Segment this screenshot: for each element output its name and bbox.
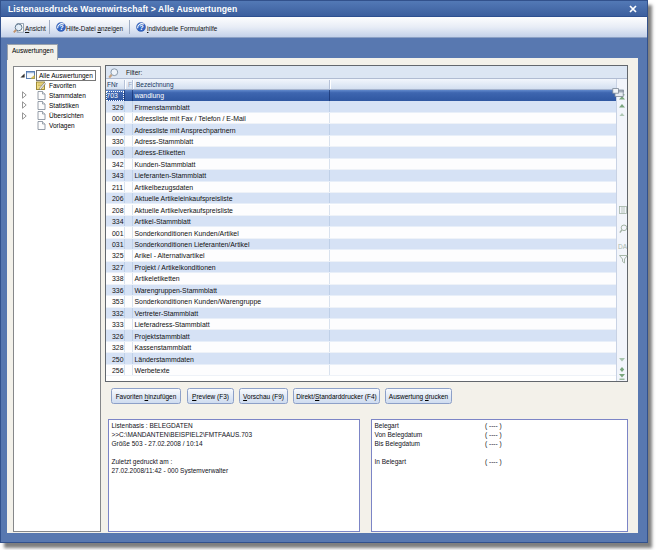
svg-text:?: ?: [59, 23, 64, 32]
svg-text:?: ?: [139, 23, 144, 32]
svg-text:DA: DA: [618, 243, 627, 250]
